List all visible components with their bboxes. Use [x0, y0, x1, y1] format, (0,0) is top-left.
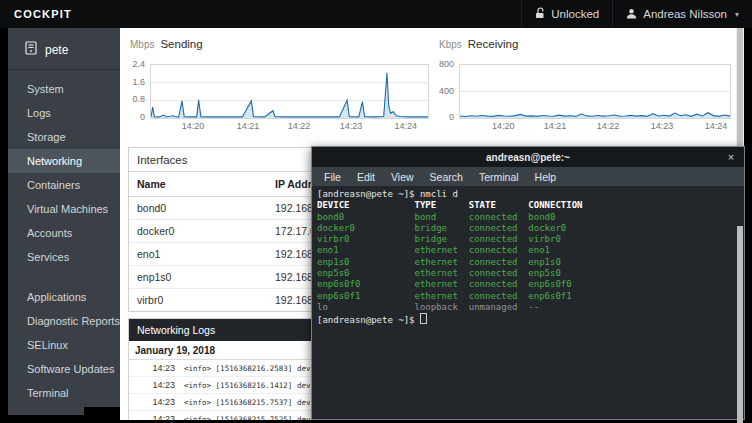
- terminal-line: bond0 bond connected bond0: [317, 212, 732, 223]
- terminal-menu-search[interactable]: Search: [422, 171, 471, 183]
- x-tick-label: 14:22: [288, 121, 311, 131]
- sidebar-item-networking[interactable]: Networking: [8, 149, 120, 173]
- receiving-y-axis: 8004000: [437, 64, 459, 119]
- receiving-chart-label: Kbps Receiving: [439, 38, 739, 54]
- receiving-unit-label: Kbps: [439, 39, 462, 50]
- user-menu-button[interactable]: Andreas Nilsson ▾: [612, 0, 752, 28]
- log-time: 14:23: [129, 363, 175, 373]
- sending-title: Sending: [160, 38, 202, 50]
- log-message: <info> [1516368216.1412] device: [184, 381, 324, 390]
- terminal-line: lo loopback unmanaged --: [317, 302, 732, 313]
- topbar-right: Unlocked Andreas Nilsson ▾: [521, 0, 752, 28]
- log-message: <info> [1516368216.2583] device: [184, 364, 324, 373]
- interface-name: bond0: [129, 197, 267, 220]
- x-tick-label: 14:20: [182, 121, 205, 131]
- x-tick-label: 14:20: [492, 121, 515, 131]
- unlocked-label: Unlocked: [551, 8, 599, 20]
- host-name: pete: [45, 43, 68, 57]
- x-tick-label: 14:24: [705, 121, 728, 131]
- terminal-line: enp1s0 ethernet connected enp1s0: [317, 257, 732, 268]
- x-tick-label: 14:21: [544, 121, 567, 131]
- terminal-line: eno1 ethernet connected eno1: [317, 245, 732, 256]
- log-time: 14:23: [129, 380, 175, 390]
- terminal-menu-edit[interactable]: Edit: [349, 171, 383, 183]
- sidebar-item-software-updates[interactable]: Software Updates: [8, 357, 120, 381]
- x-tick-label: 14:21: [237, 121, 260, 131]
- interface-name: eno1: [129, 243, 267, 266]
- sidebar-group-1: SystemLogsStorageNetworkingContainersVir…: [8, 70, 120, 269]
- sidebar-nav: SystemLogsStorageNetworkingContainersVir…: [8, 70, 120, 405]
- terminal-output: [andreasn@pete ~]$ nmcli dDEVICE TYPE ST…: [317, 189, 732, 327]
- terminal-menu-terminal[interactable]: Terminal: [471, 171, 527, 183]
- terminal-line: docker0 bridge connected docker0: [317, 223, 732, 234]
- terminal-scrollbar[interactable]: [737, 226, 743, 423]
- sidebar: pete SystemLogsStorageNetworkingContaine…: [8, 28, 120, 415]
- window-corner-artifact: [84, 407, 120, 423]
- sending-y-axis: 2.41.60.80: [128, 64, 150, 119]
- cockpit-logo: COCKPIT: [0, 8, 72, 20]
- sending-unit-label: Mbps: [130, 39, 154, 50]
- sidebar-item-logs[interactable]: Logs: [8, 101, 120, 125]
- chevron-down-icon: ▾: [735, 10, 739, 19]
- terminal-line: enp6s0f0 ethernet connected enp6s0f0: [317, 279, 732, 290]
- receiving-plot: 14:2014:2114:2214:2314:24: [459, 64, 731, 119]
- terminal-menu-view[interactable]: View: [383, 171, 422, 183]
- screen: COCKPIT Unlocked Andreas N: [0, 0, 752, 423]
- sending-plot: 14:2014:2114:2214:2314:24: [150, 64, 429, 119]
- sidebar-item-virtual-machines[interactable]: Virtual Machines: [8, 197, 120, 221]
- y-tick-label: 0.8: [132, 94, 145, 104]
- x-tick-label: 14:23: [340, 121, 363, 131]
- user-name: Andreas Nilsson: [643, 8, 727, 20]
- sidebar-item-storage[interactable]: Storage: [8, 125, 120, 149]
- sidebar-item-accounts[interactable]: Accounts: [8, 221, 120, 245]
- log-time: 14:23: [129, 397, 175, 407]
- server-icon: [25, 41, 37, 58]
- terminal-cursor: [420, 313, 427, 324]
- y-tick-label: 400: [439, 86, 454, 96]
- y-tick-label: 1.6: [132, 77, 145, 87]
- terminal-menubar: FileEditViewSearchTerminalHelp: [312, 167, 744, 186]
- sidebar-item-terminal[interactable]: Terminal: [8, 381, 120, 405]
- terminal-line: virbr0 bridge connected virbr0: [317, 234, 732, 245]
- log-time: 14:23: [129, 414, 175, 420]
- sidebar-item-containers[interactable]: Containers: [8, 173, 120, 197]
- host-selector[interactable]: pete: [8, 28, 120, 70]
- receiving-title: Receiving: [468, 38, 519, 50]
- sidebar-item-diagnostic-reports[interactable]: Diagnostic Reports: [8, 309, 120, 333]
- interface-name: virbr0: [129, 289, 267, 312]
- log-message: <info> [1516368215.7537] device: [184, 398, 324, 407]
- terminal-titlebar[interactable]: andreasn@pete:~ ×: [312, 147, 744, 167]
- sidebar-item-system[interactable]: System: [8, 77, 120, 101]
- terminal-line: [andreasn@pete ~]$: [317, 313, 732, 326]
- sidebar-group-2: ApplicationsDiagnostic ReportsSELinuxSof…: [8, 278, 120, 405]
- receiving-chart: Kbps Receiving 8004000 14:2014:2114:2214…: [437, 36, 739, 119]
- interface-name: enp1s0: [129, 266, 267, 289]
- unlocked-button[interactable]: Unlocked: [521, 0, 612, 28]
- close-icon[interactable]: ×: [718, 151, 744, 163]
- sending-x-axis: 14:2014:2114:2214:2314:24: [151, 121, 428, 133]
- sidebar-item-selinux[interactable]: SELinux: [8, 333, 120, 357]
- terminal-menu-help[interactable]: Help: [527, 171, 565, 183]
- terminal-line: enp5s0 ethernet connected enp5s0: [317, 268, 732, 279]
- sending-chart: Mbps Sending 2.41.60.80 14:2014:2114:221…: [128, 36, 430, 119]
- terminal-line: [andreasn@pete ~]$ nmcli d: [317, 189, 732, 200]
- terminal-menu-file[interactable]: File: [316, 171, 349, 183]
- sending-chart-label: Mbps Sending: [130, 38, 430, 54]
- x-tick-label: 14:24: [395, 121, 418, 131]
- sidebar-item-services[interactable]: Services: [8, 245, 120, 269]
- terminal-window: andreasn@pete:~ × FileEditViewSearchTerm…: [311, 146, 745, 420]
- sidebar-item-applications[interactable]: Applications: [8, 285, 120, 309]
- terminal-body[interactable]: [andreasn@pete ~]$ nmcli dDEVICE TYPE ST…: [312, 186, 744, 422]
- terminal-title: andreasn@pete:~: [338, 152, 718, 163]
- top-bar: COCKPIT Unlocked Andreas N: [0, 0, 752, 28]
- x-tick-label: 14:22: [597, 121, 620, 131]
- interface-name: docker0: [129, 220, 267, 243]
- unlocked-lock-icon: [535, 7, 545, 21]
- column-header-name: Name: [129, 172, 267, 197]
- log-message: <info> [1516368215.7525] device: [184, 415, 324, 421]
- x-tick-label: 14:23: [651, 121, 674, 131]
- terminal-line: DEVICE TYPE STATE CONNECTION: [317, 200, 732, 211]
- y-tick-label: 800: [439, 59, 454, 69]
- terminal-line: enp6s0f1 ethernet connected enp6s0f1: [317, 291, 732, 302]
- user-icon: [626, 8, 637, 21]
